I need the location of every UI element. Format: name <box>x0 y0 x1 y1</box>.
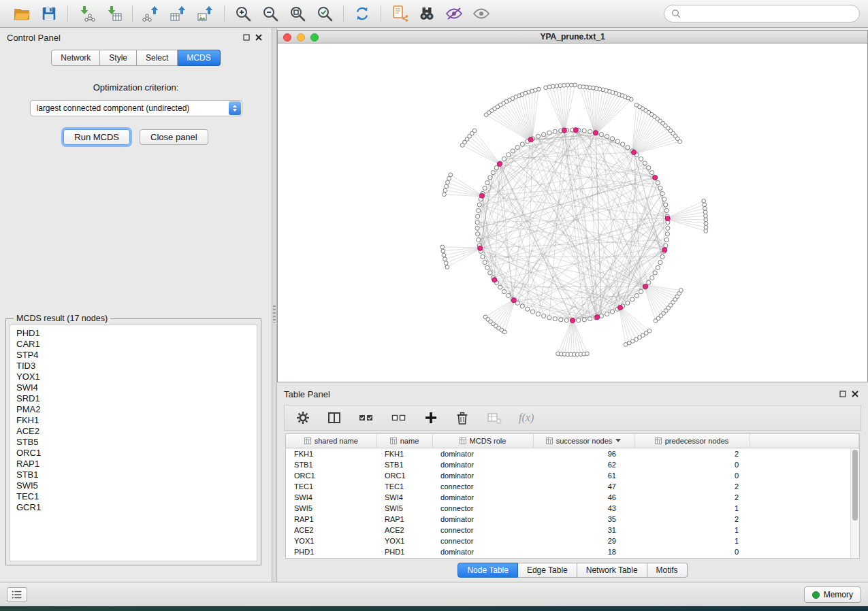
criterion-select[interactable]: largest connected component (undirected) <box>30 100 242 116</box>
table-row[interactable]: SWI5SWI5connector431 <box>286 503 859 514</box>
mcds-result-item[interactable]: SRD1 <box>16 393 257 404</box>
mcds-result-item[interactable]: RAP1 <box>16 459 257 469</box>
table-cell: SWI5 <box>286 503 376 514</box>
import-table-button[interactable] <box>100 2 127 25</box>
run-mcds-button[interactable]: Run MCDS <box>63 129 130 145</box>
zoom-out-button[interactable] <box>257 2 284 25</box>
tab-network-table[interactable]: Network Table <box>577 563 647 578</box>
mcds-result-item[interactable]: YOX1 <box>16 371 257 382</box>
mcds-result-item[interactable]: TID3 <box>16 361 257 371</box>
close-panel-button[interactable] <box>253 31 265 44</box>
column-header-successor-nodes[interactable]: successor nodes <box>533 434 634 448</box>
tab-style[interactable]: Style <box>100 50 137 66</box>
tab-select[interactable]: Select <box>137 50 178 66</box>
mcds-result-item[interactable]: CAR1 <box>16 339 257 350</box>
table-cell: dominator <box>432 514 533 525</box>
column-header-mcds-role[interactable]: MCDS role <box>432 434 533 448</box>
column-grid-icon <box>304 437 311 444</box>
export-image-button[interactable] <box>192 2 219 25</box>
mcds-result-item[interactable]: ORC1 <box>16 448 257 459</box>
table-row[interactable]: SWI4SWI4dominator462 <box>286 492 859 503</box>
export-table-button[interactable] <box>165 2 192 25</box>
table-cell: 0 <box>634 470 750 481</box>
table-cell: 1 <box>634 525 750 535</box>
search-input[interactable] <box>685 9 852 18</box>
mcds-result-item[interactable]: FKH1 <box>16 415 257 426</box>
table-cell <box>750 535 859 546</box>
table-row[interactable]: ORC1ORC1dominator610 <box>286 470 859 481</box>
zoom-fit-button[interactable] <box>284 2 311 25</box>
network-view[interactable] <box>278 44 867 382</box>
table-row[interactable]: TEC1TEC1connector472 <box>286 481 859 492</box>
mcds-result-item[interactable]: SWI4 <box>16 382 257 393</box>
columns-icon <box>327 410 342 425</box>
table-cell: connector <box>432 535 533 546</box>
float-panel-button[interactable] <box>240 31 253 44</box>
table-row[interactable]: FKH1FKH1dominator962 <box>286 448 859 459</box>
table-cell: 2 <box>634 492 750 503</box>
column-grid-icon <box>460 437 466 444</box>
mcds-result-item[interactable]: STB5 <box>16 437 257 448</box>
mcds-result-item[interactable]: STP4 <box>16 350 257 361</box>
table-row[interactable]: RAP1RAP1dominator352 <box>286 514 859 525</box>
table-cell: RAP1 <box>286 514 376 525</box>
gear-icon <box>295 410 310 425</box>
optimization-criterion-label: Optimization criterion: <box>0 82 272 93</box>
table-settings-button[interactable] <box>295 408 310 428</box>
float-table-panel-button[interactable] <box>837 388 849 400</box>
eye-icon <box>472 5 490 22</box>
document-share-button[interactable] <box>386 2 413 25</box>
import-network-button[interactable] <box>73 2 100 25</box>
select-all-button[interactable] <box>358 408 374 428</box>
tab-mcds[interactable]: MCDS <box>178 50 220 66</box>
tab-node-table[interactable]: Node Table <box>457 563 518 578</box>
export-network-button[interactable] <box>138 2 165 25</box>
task-history-button[interactable] <box>7 587 27 602</box>
column-header-predecessor-nodes[interactable]: predecessor nodes <box>634 434 750 448</box>
zoom-in-button[interactable] <box>229 2 257 25</box>
table-row[interactable]: PHD1PHD1dominator180 <box>286 546 859 557</box>
close-table-panel-button[interactable] <box>849 388 861 400</box>
table-row[interactable]: ACE2ACE2connector311 <box>286 525 859 535</box>
tab-network[interactable]: Network <box>51 50 100 66</box>
mcds-result-item[interactable]: ACE2 <box>16 426 257 437</box>
close-window-button[interactable] <box>283 33 291 42</box>
add-column-button[interactable] <box>423 408 438 428</box>
maximize-window-button[interactable] <box>310 33 319 42</box>
vertical-splitter[interactable] <box>272 28 277 582</box>
binoculars-button[interactable] <box>413 2 440 25</box>
eye-slash-button[interactable] <box>440 2 468 25</box>
minimize-window-button[interactable] <box>297 33 305 42</box>
mcds-result-item[interactable]: SWI5 <box>16 480 257 491</box>
mcds-result-list: PHD1CAR1STP4TID3YOX1SWI4SRD1PMA2FKH1ACE2… <box>10 325 257 561</box>
save-button[interactable] <box>35 2 63 25</box>
mcds-result-item[interactable]: PMA2 <box>16 404 257 415</box>
table-row[interactable]: STB1STB1dominator620 <box>286 459 859 470</box>
deselect-all-button[interactable] <box>391 408 407 428</box>
table-scrollbar[interactable] <box>850 448 859 558</box>
zoom-selected-button[interactable] <box>311 2 338 25</box>
table-row[interactable]: YOX1YOX1connector291 <box>286 535 859 546</box>
column-header-shared-name[interactable]: shared name <box>286 434 376 448</box>
open-file-button[interactable] <box>8 2 35 25</box>
show-columns-button[interactable] <box>327 408 342 428</box>
mcds-result-item[interactable]: GCR1 <box>16 502 257 513</box>
table-cell: FKH1 <box>376 448 432 459</box>
zoom-in-icon <box>234 5 252 22</box>
table-cell: dominator <box>432 470 533 481</box>
function-builder-button-disabled: f(x) <box>519 408 534 428</box>
refresh-button[interactable] <box>349 2 376 25</box>
memory-button[interactable]: Memory <box>804 587 861 603</box>
tab-edge-table[interactable]: Edge Table <box>518 563 577 578</box>
table-cell: STB1 <box>286 459 376 470</box>
mcds-result-item[interactable]: TEC1 <box>16 491 257 502</box>
tab-motifs[interactable]: Motifs <box>647 563 688 578</box>
column-header-name[interactable]: name <box>376 434 432 448</box>
table-scrollbar-thumb[interactable] <box>852 450 858 521</box>
select-all-icon <box>358 410 374 425</box>
mcds-result-item[interactable]: PHD1 <box>16 328 257 339</box>
mcds-result-item[interactable]: STB1 <box>16 469 257 480</box>
close-mcds-panel-button[interactable]: Close panel <box>140 129 208 145</box>
delete-column-button[interactable] <box>455 408 470 428</box>
eye-button[interactable] <box>468 2 495 25</box>
